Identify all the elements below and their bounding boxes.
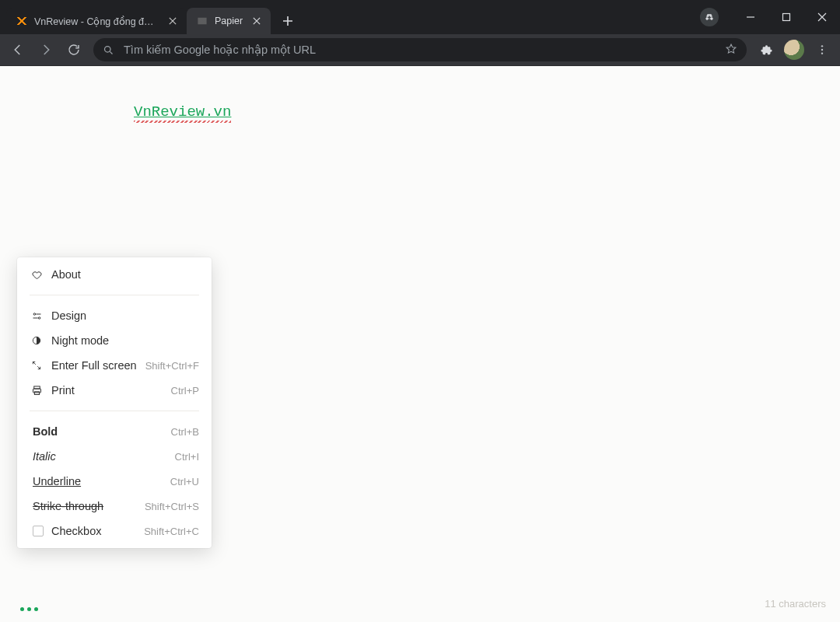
menu-shortcut: Ctrl+U — [170, 476, 199, 487]
menu-label: Italic — [33, 450, 175, 463]
expand-icon — [30, 360, 44, 371]
svg-rect-0 — [783, 14, 790, 21]
menu-bold[interactable]: Bold Ctrl+B — [17, 419, 212, 444]
tab-papier[interactable]: Papier — [187, 8, 271, 34]
character-count: 11 characters — [765, 598, 826, 610]
svg-point-1 — [105, 46, 111, 52]
reload-button[interactable] — [61, 37, 87, 63]
browser-titlebar: VnReview - Cộng đồng đánh giá… Papier — [0, 0, 840, 34]
menu-italic[interactable]: Italic Ctrl+I — [17, 444, 212, 469]
papier-favicon — [196, 15, 208, 27]
window-controls — [700, 0, 840, 34]
menu-full-screen[interactable]: Enter Full screen Shift+Ctrl+F — [17, 353, 212, 378]
close-icon[interactable] — [250, 15, 263, 27]
menu-shortcut: Ctrl+B — [171, 426, 199, 438]
window-minimize-button[interactable] — [733, 4, 768, 30]
browser-toolbar: Tìm kiếm Google hoặc nhập một URL — [0, 34, 840, 65]
profile-avatar[interactable] — [784, 40, 804, 60]
back-button[interactable] — [5, 37, 31, 63]
menu-print[interactable]: Print Ctrl+P — [17, 378, 212, 403]
tab-title: Papier — [215, 16, 243, 26]
tab-title: VnReview - Cộng đồng đánh giá… — [34, 16, 159, 27]
menu-divider — [30, 411, 199, 411]
menu-label: Checkbox — [51, 525, 144, 537]
editor-text: VnReview.vn — [134, 103, 231, 121]
svg-rect-10 — [34, 391, 39, 394]
address-bar[interactable]: Tìm kiếm Google hoặc nhập một URL — [93, 38, 747, 61]
incognito-icon — [700, 8, 719, 26]
editor-text-link[interactable]: VnReview.vn — [134, 103, 231, 121]
menu-label: About — [51, 268, 199, 281]
sliders-icon — [30, 310, 44, 322]
menu-toggle-button[interactable] — [20, 607, 38, 611]
menu-checkbox[interactable]: Checkbox Shift+Ctrl+C — [17, 519, 212, 543]
tab-strip: VnReview - Cộng đồng đánh giá… Papier — [0, 0, 299, 34]
menu-design[interactable]: Design — [17, 303, 212, 328]
svg-point-3 — [821, 49, 823, 51]
menu-shortcut: Shift+Ctrl+C — [144, 526, 199, 537]
window-close-button[interactable] — [804, 4, 840, 30]
address-bar-placeholder: Tìm kiếm Google hoặc nhập một URL — [124, 44, 725, 56]
bookmark-star-icon[interactable] — [725, 43, 737, 58]
menu-shortcut: Ctrl+I — [175, 451, 199, 463]
menu-underline[interactable]: Underline Ctrl+U — [17, 469, 212, 494]
vnreview-favicon — [16, 15, 28, 27]
menu-label: Print — [51, 384, 171, 397]
window-maximize-button[interactable] — [768, 4, 804, 30]
printer-icon — [30, 385, 44, 397]
extensions-button[interactable] — [753, 37, 779, 63]
svg-point-5 — [33, 313, 36, 315]
menu-shortcut: Shift+Ctrl+S — [145, 501, 199, 512]
close-icon[interactable] — [166, 15, 179, 27]
menu-label: Night mode — [51, 334, 199, 347]
menu-label: Underline — [33, 475, 170, 487]
papier-menu-popup: About Design Night mode Enter Full scree… — [17, 257, 212, 548]
search-icon — [103, 44, 114, 56]
menu-about[interactable]: About — [17, 262, 212, 287]
menu-label: Enter Full screen — [51, 359, 145, 372]
menu-label: Design — [51, 309, 199, 322]
new-tab-button[interactable] — [277, 10, 299, 32]
checkbox-icon — [33, 526, 44, 536]
menu-shortcut: Ctrl+P — [171, 385, 199, 397]
menu-label: Strike-through — [33, 500, 145, 512]
menu-shortcut: Shift+Ctrl+F — [145, 360, 199, 372]
svg-point-4 — [821, 52, 823, 54]
tab-vnreview[interactable]: VnReview - Cộng đồng đánh giá… — [6, 8, 187, 34]
menu-night-mode[interactable]: Night mode — [17, 328, 212, 353]
kebab-menu-button[interactable] — [809, 37, 835, 63]
forward-button[interactable] — [33, 37, 59, 63]
menu-divider — [30, 295, 199, 295]
half-circle-icon — [30, 335, 44, 346]
menu-label: Bold — [33, 425, 171, 438]
heart-icon — [30, 269, 44, 281]
svg-point-6 — [38, 316, 40, 319]
svg-point-2 — [821, 45, 823, 47]
menu-strike-through[interactable]: Strike-through Shift+Ctrl+S — [17, 494, 212, 519]
spellcheck-underline — [134, 121, 231, 123]
page-content: VnReview.vn About Design Night mode — [0, 65, 840, 622]
